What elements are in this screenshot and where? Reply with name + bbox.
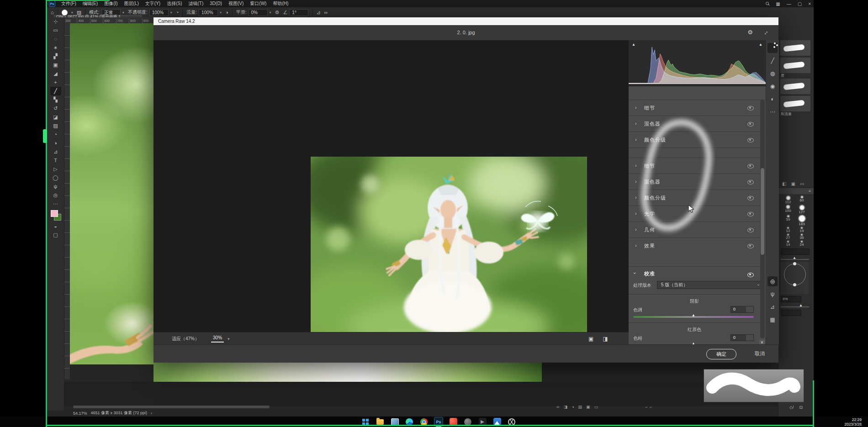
brush-stroke-thumb[interactable] [780, 96, 810, 111]
brush-preset-cell[interactable]: 12 [781, 227, 795, 233]
smoothing-gear-icon[interactable]: ⚙ [275, 10, 280, 15]
section-optics[interactable]: ›光学 [629, 206, 760, 221]
collapse-icon-2[interactable]: ⌐ [650, 405, 652, 409]
menu-filter[interactable]: 滤镜(T) [185, 0, 207, 7]
brush-preset-cell[interactable]: 59 [781, 215, 795, 226]
brush-preset-cell[interactable]: 127 [795, 205, 809, 214]
restore-button[interactable]: ▢ [798, 1, 802, 6]
brush-preset-cell[interactable]: 27 [781, 234, 795, 240]
home-icon[interactable]: ⌂ [51, 10, 54, 15]
brush-preset-cell[interactable]: 14 [781, 241, 795, 247]
quick-mask-icon[interactable]: ◒ [50, 222, 61, 231]
fullscreen-expand-icon[interactable]: ↔ [761, 28, 770, 37]
brush-size-input[interactable] [781, 248, 810, 255]
foreground-color-swatch[interactable] [51, 210, 58, 217]
zoom-tool-icon[interactable]: ◎ [50, 191, 61, 200]
camera-raw-preview[interactable] [153, 40, 629, 332]
adjustment-icon[interactable]: ◑ [572, 405, 574, 409]
brush-angle-control[interactable] [781, 262, 809, 294]
mask-icon[interactable]: ◨ [563, 405, 567, 409]
section-color-mixer-2[interactable]: ›混色器 [629, 174, 760, 190]
document-canvas-bottom[interactable] [153, 363, 542, 382]
section-detail-2[interactable]: ›细节 [629, 158, 760, 174]
masking-tool-icon[interactable]: ◍ [767, 69, 778, 79]
group-icon[interactable]: ▤ [578, 405, 582, 409]
visibility-eye-icon[interactable] [747, 212, 754, 216]
taskbar-clock[interactable]: 22:29 2023/3/28 [844, 417, 862, 427]
smoothing-input[interactable]: 0% [249, 9, 268, 16]
panel-header[interactable]: ≡ [778, 188, 814, 194]
hand-tool-icon[interactable]: ψ [50, 182, 61, 191]
panel-menu-icon[interactable]: ≡ [809, 188, 811, 194]
edit-tool-icon[interactable] [767, 43, 778, 53]
size-slider[interactable]: ▲ [781, 256, 809, 260]
frame-tool-icon[interactable]: ▣ [50, 61, 61, 69]
panel-scrollbar[interactable] [760, 100, 765, 338]
presets-tool-icon[interactable]: ◐ [767, 94, 778, 104]
menu-select[interactable]: 选择(S) [164, 0, 185, 7]
shape-tool-icon[interactable]: ◯ [50, 174, 61, 182]
section-color-mixer[interactable]: ›混色器 [629, 116, 760, 132]
pen-tool-icon[interactable]: ⊿ [50, 148, 61, 156]
menu-file[interactable]: 文件(F) [58, 0, 79, 7]
brush-stroke-thumb[interactable] [780, 58, 810, 73]
brush-preset-cell[interactable]: 19 [795, 227, 809, 233]
section-detail[interactable]: ›细节 [629, 100, 760, 116]
spacing-input[interactable] [781, 310, 801, 316]
menu-window[interactable]: 窗口(W) [247, 0, 270, 7]
capture-handle[interactable] [43, 129, 47, 143]
more-tools-icon[interactable]: ⋯ [50, 200, 61, 208]
visibility-eye-icon[interactable] [747, 180, 754, 185]
zoom-tool-icon[interactable]: ◎ [767, 276, 778, 286]
visibility-eye-icon[interactable] [747, 138, 754, 142]
roundness-input[interactable]: 9% [781, 296, 801, 302]
healing-tool-icon[interactable]: ╱ [767, 56, 778, 66]
tint-slider[interactable]: ▲ [633, 313, 754, 319]
lasso-tool-icon[interactable]: ◌ [50, 35, 61, 43]
brush-preset-cell[interactable]: 24 [795, 241, 809, 247]
menu-type[interactable]: 文字(Y) [142, 0, 164, 7]
gradient-tool-icon[interactable]: ▨ [50, 121, 61, 130]
crop-tool-icon[interactable]: ▞ [50, 52, 61, 61]
visibility-eye-icon[interactable] [747, 228, 754, 232]
calibration-header[interactable]: › 校准 [629, 266, 760, 280]
opacity-input[interactable]: 100% [149, 9, 169, 16]
white-balance-eyedropper-icon[interactable]: ⊿ [767, 302, 778, 312]
camera-raw-titlebar[interactable]: Camera Raw 14.2 [153, 17, 778, 25]
brush-preset-cell[interactable]: 183 [795, 215, 809, 226]
close-button[interactable]: × [808, 1, 811, 6]
eraser-tool-icon[interactable]: ◪ [50, 113, 61, 121]
blur-tool-icon[interactable]: ◔ [50, 130, 61, 139]
color-swatches[interactable] [50, 210, 61, 222]
pressure-opacity-icon[interactable]: ◔ [176, 10, 179, 15]
color-grid-icon[interactable]: ▦ [767, 315, 778, 325]
search-icon[interactable] [766, 2, 769, 5]
flow-input[interactable]: 100% [199, 9, 218, 16]
menu-layer[interactable]: 图层(L) [121, 0, 142, 7]
brush-tool-icon[interactable]: ╱ [50, 87, 61, 95]
marquee-tool-icon[interactable]: ▭ [50, 26, 61, 35]
trash-icon[interactable]: ▭ [800, 181, 804, 186]
zoom-fit-label[interactable]: 适应（47%） [172, 336, 199, 342]
pressure-size-icon[interactable]: ⊿ [316, 10, 320, 15]
status-zoom[interactable]: 54.17% [73, 411, 87, 416]
red-eye-tool-icon[interactable]: ◉ [767, 81, 778, 91]
brush-angle-input[interactable]: 1° [289, 9, 308, 16]
brush-preset-cell[interactable]: 60 [795, 196, 809, 204]
path-select-tool-icon[interactable]: ▷ [50, 165, 61, 174]
section-color-grading[interactable]: ›颜色分级 [629, 132, 760, 148]
history-brush-tool-icon[interactable]: ↺ [50, 104, 61, 113]
hue-value-input[interactable]: 0 [730, 334, 754, 341]
section-geometry[interactable]: ›几何 [629, 221, 760, 237]
visibility-eye-icon[interactable] [747, 106, 754, 111]
visibility-eye-icon[interactable] [747, 164, 754, 169]
folder-icon[interactable]: ◧ [782, 181, 786, 186]
visibility-eye-icon[interactable] [747, 196, 754, 200]
section-effects[interactable]: ›效果 [629, 237, 760, 253]
type-tool-icon[interactable]: T [50, 156, 61, 165]
new-brush-icon[interactable]: ⊡ [799, 405, 803, 410]
delete-icon[interactable]: ▭ [594, 405, 598, 409]
more-tools-icon[interactable]: ⋯ [767, 107, 778, 117]
minimize-button[interactable]: — [787, 1, 791, 6]
horizontal-scrollbar[interactable] [73, 406, 270, 408]
